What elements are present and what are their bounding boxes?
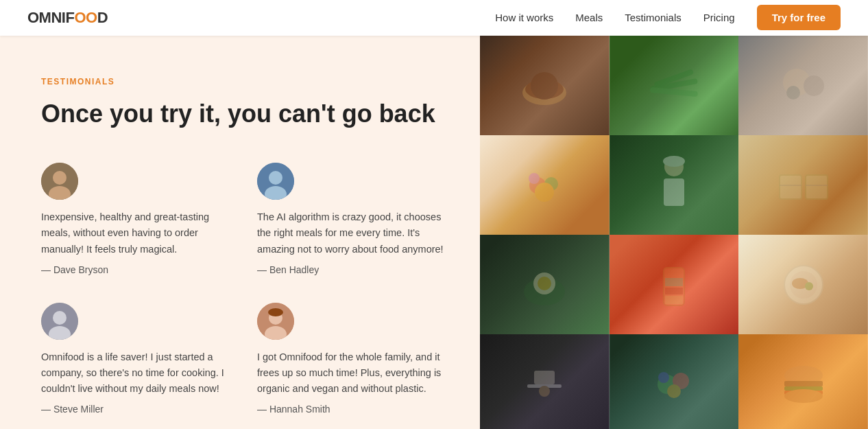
testimonial-text-hannah: I got Omnifood for the whole family, and… — [257, 349, 446, 397]
gallery-item-6 — [738, 135, 868, 235]
svg-point-4 — [269, 171, 282, 185]
gallery-item-2 — [610, 36, 739, 135]
logo[interactable]: OMNIFOOD — [27, 9, 108, 27]
avatar-hannah — [257, 303, 294, 340]
svg-point-28 — [663, 156, 685, 167]
nav-pricing[interactable]: Pricing — [703, 12, 735, 23]
gallery-item-7 — [480, 235, 610, 334]
testimonial-author-hannah: — Hannah Smith — [257, 404, 446, 415]
nav-meals[interactable]: Meals — [575, 12, 603, 23]
testimonial-text-ben: The AI algorithm is crazy good, it choos… — [257, 209, 446, 257]
svg-point-49 — [667, 384, 681, 398]
testimonial-author-steve: — Steve Miller — [41, 404, 230, 415]
gallery-item-11 — [610, 334, 739, 429]
testimonial-ben: The AI algorithm is crazy good, it choos… — [257, 163, 446, 275]
svg-rect-27 — [664, 178, 684, 206]
gallery-item-4 — [480, 135, 610, 235]
avatar-steve — [41, 303, 78, 340]
testimonial-steve: Omnifood is a life saver! I just started… — [41, 303, 230, 415]
page-wrapper: TESTIMONIALS Once you try it, you can't … — [0, 36, 868, 429]
gallery-section — [480, 36, 868, 429]
navbar: OMNIFOOD How it works Meals Testimonials… — [0, 0, 868, 36]
testimonial-author-ben: — Ben Hadley — [257, 264, 446, 275]
section-label: TESTIMONIALS — [41, 77, 446, 86]
svg-point-20 — [804, 76, 824, 96]
gallery-item-10 — [480, 334, 610, 429]
svg-point-50 — [658, 372, 669, 383]
svg-point-55 — [784, 389, 823, 403]
svg-point-12 — [268, 308, 283, 316]
svg-point-35 — [538, 277, 551, 290]
testimonial-hannah: I got Omnifood for the whole family, and… — [257, 303, 446, 415]
svg-point-46 — [539, 386, 550, 397]
testimonials-section: TESTIMONIALS Once you try it, you can't … — [0, 36, 480, 429]
avatar-dave — [41, 163, 78, 200]
logo-accent: OO — [74, 9, 97, 26]
svg-point-7 — [53, 311, 67, 325]
section-title: Once you try it, you can't go back — [41, 99, 446, 128]
nav-how-it-works[interactable]: How it works — [495, 12, 553, 23]
svg-point-1 — [53, 171, 67, 185]
avatar-ben — [257, 163, 294, 200]
svg-rect-29 — [780, 175, 801, 199]
svg-rect-45 — [534, 371, 555, 384]
testimonial-text-steve: Omnifood is a life saver! I just started… — [41, 349, 230, 397]
gallery-item-5 — [610, 135, 739, 235]
svg-point-21 — [786, 86, 800, 100]
nav-cta-button[interactable]: Try for free — [757, 5, 841, 30]
gallery-item-9 — [738, 235, 868, 334]
svg-rect-17 — [650, 86, 698, 96]
testimonials-grid: Inexpensive, healthy and great-tasting m… — [41, 163, 446, 415]
svg-point-15 — [531, 72, 558, 100]
svg-rect-30 — [806, 175, 828, 199]
svg-rect-37 — [665, 278, 683, 286]
svg-rect-52 — [784, 381, 823, 386]
nav-links: How it works Meals Testimonials Pricing … — [495, 12, 841, 24]
nav-testimonials[interactable]: Testimonials — [625, 12, 682, 23]
gallery-item-3 — [738, 36, 868, 135]
svg-point-43 — [805, 282, 813, 290]
svg-point-24 — [535, 183, 554, 202]
gallery-item-8 — [610, 235, 739, 334]
testimonial-author-dave: — Dave Bryson — [41, 264, 230, 275]
testimonial-text-dave: Inexpensive, healthy and great-tasting m… — [41, 209, 230, 257]
gallery-item-1 — [480, 36, 610, 135]
testimonial-dave: Inexpensive, healthy and great-tasting m… — [41, 163, 230, 275]
svg-rect-39 — [665, 296, 683, 304]
svg-rect-38 — [665, 288, 683, 294]
svg-point-25 — [529, 173, 540, 184]
gallery-item-12 — [738, 334, 868, 429]
